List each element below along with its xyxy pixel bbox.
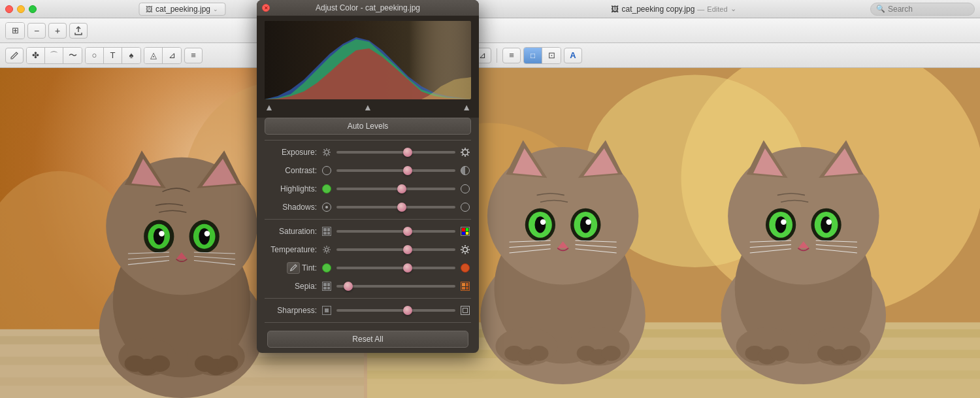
right-highlight-btn[interactable]: □ xyxy=(524,48,542,63)
left-tab-label: cat_peeking.jpg xyxy=(155,5,210,14)
histogram-area: ▲ ▲ ▲ xyxy=(257,16,479,118)
minimize-button-left[interactable] xyxy=(17,5,25,13)
svg-line-130 xyxy=(329,247,329,248)
grid-color-icon xyxy=(461,227,470,236)
svg-line-113 xyxy=(324,154,325,156)
tool-btn-2[interactable]: ⌒ xyxy=(45,48,63,63)
left-view-toggle: ⊞ xyxy=(5,22,25,39)
temperature-label: Temperature: xyxy=(265,245,317,254)
svg-line-112 xyxy=(329,150,330,151)
tint-thumb[interactable] xyxy=(403,263,412,273)
zoom-button-left[interactable] xyxy=(29,5,37,13)
search-box[interactable]: 🔍 xyxy=(870,3,975,16)
exposure-thumb[interactable] xyxy=(403,148,412,157)
shadows-thumb[interactable] xyxy=(397,203,406,212)
tint-label: Tint: xyxy=(302,263,317,273)
share-button-left[interactable] xyxy=(69,23,88,39)
svg-point-20 xyxy=(204,231,210,236)
sharpness-slider[interactable] xyxy=(336,309,455,312)
sharpness-box-icon xyxy=(322,306,331,315)
shape-btn-2[interactable]: T xyxy=(104,48,122,63)
svg-rect-43 xyxy=(367,371,980,379)
tint-icon-right xyxy=(459,262,471,274)
effect-btn-1[interactable]: ◬ xyxy=(144,48,163,63)
search-input[interactable] xyxy=(888,5,960,14)
tool-btn-3[interactable]: 〜 xyxy=(63,48,82,63)
sepia-label: Sepia: xyxy=(265,282,317,291)
saturation-icon-right xyxy=(459,225,471,237)
highlights-label: Highlights: xyxy=(265,184,317,193)
svg-point-58 xyxy=(585,219,591,224)
exposure-slider[interactable] xyxy=(336,151,455,154)
pencil-button[interactable] xyxy=(5,48,24,63)
hist-left-arrow[interactable]: ▲ xyxy=(265,102,274,112)
auto-levels-label: Auto Levels xyxy=(348,122,389,131)
histogram-slider-row: ▲ ▲ ▲ xyxy=(265,99,471,115)
reset-all-button[interactable]: Reset All xyxy=(267,331,468,348)
shadows-slider[interactable] xyxy=(336,206,455,208)
contrast-slider[interactable] xyxy=(336,169,455,172)
svg-line-120 xyxy=(467,154,468,156)
zoom-in-button-left[interactable]: + xyxy=(48,23,67,39)
histogram-canvas xyxy=(265,21,471,99)
edited-chevron: ⌄ xyxy=(730,5,736,13)
shape-btn-3[interactable]: ♠ xyxy=(122,48,140,63)
sharpness-icon-left xyxy=(321,305,333,316)
highlights-thumb[interactable] xyxy=(397,184,406,193)
contrast-thumb[interactable] xyxy=(403,166,412,175)
panel-titlebar: ✕ Adjust Color - cat_peeking.jpg xyxy=(257,0,479,16)
right-separator xyxy=(497,48,497,63)
auto-levels-button[interactable]: Auto Levels xyxy=(265,118,471,135)
temperature-thumb[interactable] xyxy=(403,245,412,254)
svg-point-88 xyxy=(826,219,832,224)
tint-eyedropper-button[interactable] xyxy=(287,262,300,274)
temperature-row: Temperature: xyxy=(265,240,471,259)
hist-mid-arrow[interactable]: ▲ xyxy=(363,102,372,112)
sharpness-label: Sharpness: xyxy=(265,306,317,315)
temperature-slider[interactable] xyxy=(336,248,455,251)
right-tab-label: cat_peeking copy.jpg xyxy=(621,5,694,14)
sun-bright-icon xyxy=(460,147,470,158)
highlights-icon-left xyxy=(321,183,333,195)
highlights-slider[interactable] xyxy=(336,188,455,190)
traffic-lights-left xyxy=(5,5,37,13)
tint-slider[interactable] xyxy=(336,267,455,269)
right-outline-btn[interactable]: ⊡ xyxy=(542,48,561,63)
svg-point-87 xyxy=(781,219,786,224)
svg-line-137 xyxy=(462,246,463,248)
close-button-left[interactable] xyxy=(5,5,13,13)
sun-large-icon xyxy=(460,244,470,255)
sepia-slider[interactable] xyxy=(336,285,455,288)
svg-point-56 xyxy=(580,216,591,233)
sepia-thumb[interactable] xyxy=(344,282,353,291)
shadows-icon-right xyxy=(459,201,471,213)
divider-2 xyxy=(265,219,471,220)
shape-group-left: ○ T ♠ xyxy=(85,47,141,64)
left-tab-chevron[interactable]: ⌄ xyxy=(213,6,218,12)
hist-right-arrow[interactable]: ▲ xyxy=(462,102,471,112)
contrast-row: Contrast: xyxy=(265,161,471,180)
svg-line-122 xyxy=(462,154,463,156)
right-menu-1[interactable]: ≡ xyxy=(502,48,521,63)
exposure-row: Exposure: xyxy=(265,143,471,161)
sharpness-thumb[interactable] xyxy=(403,306,412,315)
svg-line-138 xyxy=(468,252,469,254)
svg-line-119 xyxy=(462,149,463,150)
exposure-icon-left xyxy=(321,146,333,158)
saturation-thumb[interactable] xyxy=(403,227,412,236)
grid-view-button[interactable]: ⊞ xyxy=(6,23,24,39)
zoom-out-button-left[interactable]: − xyxy=(27,23,46,39)
right-text-btn[interactable]: A xyxy=(564,48,582,63)
panel-close-button[interactable]: ✕ xyxy=(262,4,270,12)
shape-btn-1[interactable]: ○ xyxy=(86,48,104,63)
effect-group-left: ◬ ⊿ xyxy=(144,47,182,64)
left-tab[interactable]: 🖼 cat_peeking.jpg ⌄ xyxy=(139,3,225,16)
panel-title: Adjust Color - cat_peeking.jpg xyxy=(316,3,420,12)
effect-btn-2[interactable]: ⊿ xyxy=(163,48,181,63)
saturation-slider[interactable] xyxy=(336,230,455,233)
svg-point-100 xyxy=(770,346,789,361)
tint-circle-green-icon xyxy=(322,263,331,273)
tool-btn-1[interactable]: ✤ xyxy=(27,48,45,63)
menu-button-left[interactable]: ≡ xyxy=(184,48,203,63)
share-icon xyxy=(74,26,83,35)
